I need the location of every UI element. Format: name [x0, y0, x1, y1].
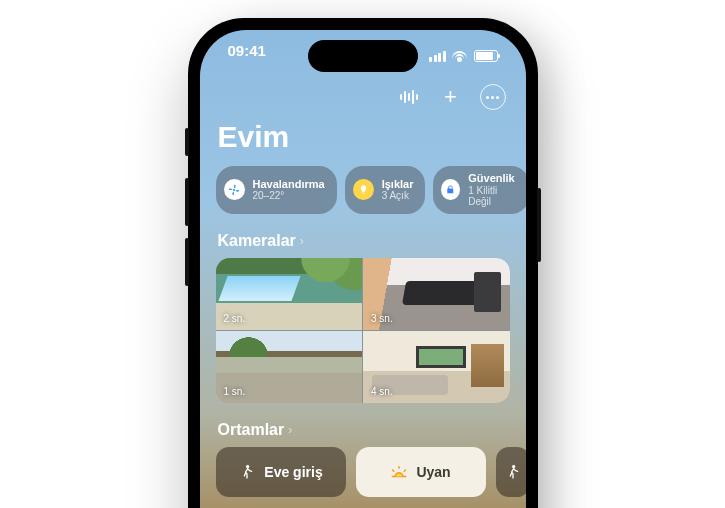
svg-point-2 — [512, 465, 515, 468]
volume-up-button — [185, 178, 189, 226]
wifi-icon — [452, 50, 468, 62]
lights-pill[interactable]: Işıklar 3 Açık — [345, 166, 426, 214]
person-walking-icon — [504, 463, 522, 481]
person-walking-icon — [238, 463, 256, 481]
lock-icon — [441, 179, 460, 200]
lightbulb-icon — [353, 179, 374, 200]
scene-next[interactable] — [496, 447, 526, 497]
page-title: Evim — [218, 120, 510, 154]
camera-tile[interactable]: 4 sn. — [363, 331, 510, 403]
camera-tile[interactable]: 2 sn. — [216, 258, 363, 330]
cameras-label: Kameralar — [218, 232, 296, 250]
camera-tile[interactable]: 1 sn. — [216, 331, 363, 403]
camera-grid: 2 sn. 3 sn. 1 sn. 4 sn. — [216, 258, 510, 403]
scene-arrive-home[interactable]: Eve giriş — [216, 447, 346, 497]
announce-button[interactable] — [396, 84, 422, 110]
ellipsis-icon — [486, 96, 499, 99]
cameras-header[interactable]: Kameralar › — [218, 232, 510, 250]
camera-tile[interactable]: 3 sn. — [363, 258, 510, 330]
status-time: 09:41 — [228, 42, 266, 70]
climate-pill-title: Havalandırma — [253, 178, 325, 191]
camera-timestamp: 3 sn. — [371, 313, 393, 324]
lights-pill-sub: 3 Açık — [382, 190, 414, 202]
climate-pill-sub: 20–22° — [253, 190, 325, 202]
security-pill-sub: 1 Kilitli Değil — [468, 185, 517, 208]
cellular-icon — [429, 51, 446, 62]
silence-switch — [185, 128, 189, 156]
power-button — [537, 188, 541, 262]
chevron-right-icon: › — [288, 423, 292, 437]
phone-frame: 09:41 + — [188, 18, 538, 508]
rooms-header[interactable]: Ortamlar › — [218, 421, 510, 439]
scene-label: Uyan — [416, 464, 450, 480]
volume-down-button — [185, 238, 189, 286]
camera-timestamp: 1 sn. — [224, 386, 246, 397]
scene-wake-up[interactable]: Uyan — [356, 447, 486, 497]
lights-pill-title: Işıklar — [382, 178, 414, 191]
more-button[interactable] — [480, 84, 506, 110]
camera-timestamp: 4 sn. — [371, 386, 393, 397]
security-pill-title: Güvenlik — [468, 172, 517, 185]
fan-icon — [224, 179, 245, 200]
security-pill[interactable]: Güvenlik 1 Kilitli Değil — [433, 166, 525, 214]
plus-icon: + — [444, 86, 457, 108]
scene-label: Eve giriş — [264, 464, 322, 480]
svg-point-1 — [247, 465, 250, 468]
climate-pill[interactable]: Havalandırma 20–22° — [216, 166, 337, 214]
waveform-icon — [400, 90, 418, 104]
svg-point-0 — [233, 189, 235, 191]
rooms-label: Ortamlar — [218, 421, 285, 439]
add-button[interactable]: + — [438, 84, 464, 110]
chevron-right-icon: › — [300, 234, 304, 248]
camera-timestamp: 2 sn. — [224, 313, 246, 324]
screen: 09:41 + — [200, 30, 526, 508]
sunrise-icon — [390, 463, 408, 481]
battery-icon — [474, 50, 498, 62]
status-bar: 09:41 — [200, 42, 526, 70]
